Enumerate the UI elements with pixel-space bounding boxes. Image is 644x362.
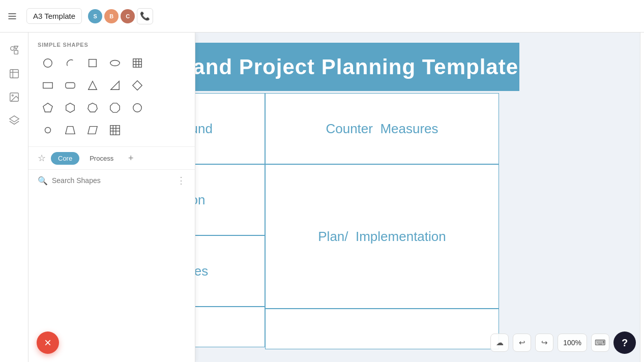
shape-rect[interactable] — [38, 75, 58, 96]
collaborator-avatars: S B C 📞 — [88, 8, 153, 24]
svg-rect-4 — [14, 50, 18, 54]
zoom-level[interactable]: 100% — [558, 334, 587, 352]
shape-grid[interactable] — [105, 120, 125, 140]
shape-triangle[interactable] — [82, 75, 103, 96]
box-counter-measures[interactable]: Counter Measures — [265, 93, 499, 164]
box-plan-implementation[interactable]: Plan/ Implementation — [265, 164, 499, 309]
shape-square[interactable] — [82, 53, 103, 73]
avatar-3[interactable]: C — [121, 9, 135, 23]
shape-octagon[interactable] — [105, 98, 125, 118]
svg-rect-21 — [66, 83, 75, 88]
svg-marker-11 — [9, 116, 18, 122]
bottom-toolbar: ☁ ↩ ↪ 100% ⌨ ? — [490, 331, 636, 354]
svg-point-10 — [12, 95, 13, 96]
tab-core[interactable]: Core — [51, 152, 79, 165]
svg-rect-33 — [110, 126, 120, 135]
svg-point-29 — [133, 104, 142, 112]
shape-pentagon[interactable] — [38, 98, 58, 118]
shape-circle[interactable] — [38, 53, 58, 73]
shapes-section-label: SIMPLE SHAPES — [28, 33, 195, 53]
shape-table-icon[interactable] — [127, 53, 148, 73]
sidebar-icon-frame[interactable] — [5, 64, 24, 83]
shapes-tabs: ☆ Core Process + — [28, 146, 195, 169]
shape-heptagon[interactable] — [82, 98, 103, 118]
avatar-1[interactable]: S — [88, 9, 102, 23]
shape-diamond[interactable] — [127, 75, 148, 96]
tab-process[interactable]: Process — [82, 152, 121, 165]
svg-point-14 — [110, 61, 120, 66]
search-icon: 🔍 — [38, 176, 48, 186]
sidebar-icon-image[interactable] — [5, 87, 24, 107]
avatar-2[interactable]: B — [104, 9, 119, 23]
box-plan-implementation-label: Plan/ Implementation — [318, 229, 446, 245]
tab-add-button[interactable]: + — [124, 151, 138, 165]
shapes-panel: SIMPLE SHAPES — [28, 33, 195, 362]
star-icon[interactable]: ☆ — [38, 153, 46, 164]
box-bottom-right[interactable] — [265, 309, 499, 349]
shape-trapezoid[interactable] — [60, 120, 80, 140]
svg-marker-27 — [88, 103, 97, 112]
shapes-search-bar: 🔍 ⋮ — [28, 169, 195, 191]
shapes-grid — [28, 53, 195, 146]
more-options-icon[interactable]: ⋮ — [177, 175, 186, 186]
shape-parallelogram[interactable] — [82, 120, 103, 140]
box-counter-measures-label: Counter Measures — [326, 121, 438, 137]
fab-close-button[interactable]: × — [37, 331, 59, 354]
svg-marker-23 — [111, 81, 120, 90]
sidebar-icon-shapes[interactable] — [5, 41, 24, 60]
svg-rect-15 — [133, 59, 142, 68]
svg-marker-32 — [88, 127, 97, 134]
sidebar-icon-layers[interactable] — [5, 111, 24, 130]
shape-roundrect[interactable] — [60, 75, 80, 96]
svg-rect-20 — [43, 83, 52, 88]
svg-marker-25 — [43, 103, 52, 112]
svg-rect-6 — [10, 70, 18, 78]
document-title[interactable]: A3 Template — [26, 8, 82, 24]
undo-button[interactable]: ↩ — [513, 334, 531, 352]
topbar: A3 Template S B C 📞 — [0, 0, 644, 33]
shape-circle-outline[interactable] — [127, 98, 148, 118]
menu-button[interactable] — [0, 0, 24, 33]
shape-right-triangle[interactable] — [105, 75, 125, 96]
cloud-icon[interactable]: ☁ — [490, 334, 509, 352]
help-button[interactable]: ? — [613, 331, 636, 354]
left-sidebar — [0, 33, 28, 362]
svg-marker-24 — [133, 81, 142, 90]
svg-marker-31 — [66, 127, 75, 134]
shape-arc[interactable] — [60, 53, 80, 73]
svg-point-3 — [10, 47, 14, 50]
svg-marker-26 — [66, 103, 75, 112]
keyboard-icon[interactable]: ⌨ — [591, 334, 609, 352]
right-panel-edge — [640, 33, 644, 362]
search-input[interactable] — [52, 176, 172, 185]
svg-point-12 — [44, 59, 52, 68]
shape-hexagon[interactable] — [60, 98, 80, 118]
svg-marker-28 — [110, 103, 120, 112]
svg-marker-22 — [89, 81, 97, 90]
shape-ellipse[interactable] — [105, 53, 125, 73]
call-button[interactable]: 📞 — [137, 8, 153, 24]
svg-point-30 — [45, 128, 51, 133]
svg-marker-5 — [14, 46, 18, 49]
svg-rect-13 — [89, 59, 97, 67]
shape-circle-small[interactable] — [38, 120, 58, 140]
redo-button[interactable]: ↪ — [535, 334, 553, 352]
